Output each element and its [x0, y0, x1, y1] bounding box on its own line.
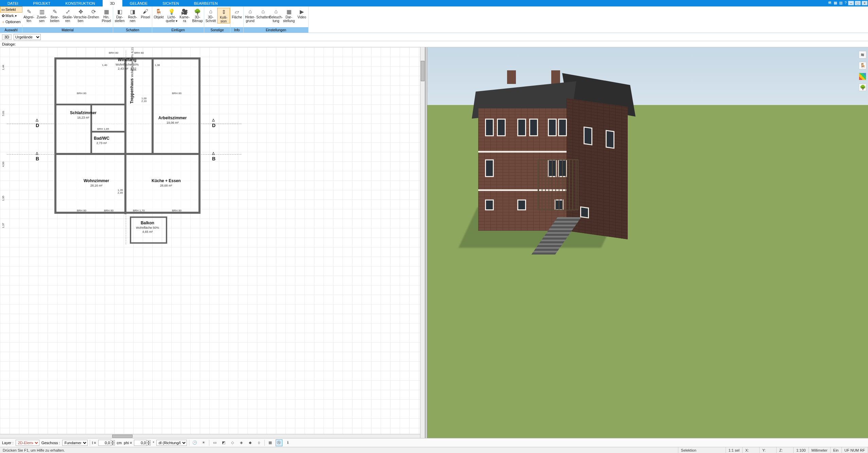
section-marker-d: D	[212, 123, 215, 128]
status-x: X:	[743, 447, 760, 453]
info-icon[interactable]: ℹ	[284, 439, 291, 446]
settings-icon[interactable]: ▦	[833, 0, 838, 6]
ribbon: ▭Selekt ✿Mark. ▾ ＋Optionen Auswahl ✎Abgr…	[0, 6, 868, 33]
tool-einstellungen-3[interactable]: ▦Dar-stellung	[282, 8, 295, 23]
menu-konstruktion[interactable]: KONSTRUKTION	[58, 0, 102, 6]
status-ein: Ein	[831, 447, 842, 453]
layers-icon[interactable]: ≋	[859, 51, 866, 58]
layer-select[interactable]: 2D-Elemen	[16, 440, 39, 446]
brh-label: BRH 1,85	[97, 127, 109, 130]
menu-gelaende[interactable]: GELÄNDE	[122, 0, 155, 6]
geschoss-select[interactable]: Fundament	[62, 440, 88, 446]
selekt-button[interactable]: ▭Selekt	[0, 6, 22, 13]
tool-sonstige-1[interactable]: ⇕Kolli-sion	[217, 8, 230, 23]
direction-select[interactable]: dl (Richtung/Di	[156, 440, 187, 446]
tool-einstellungen-4[interactable]: ▶Video	[295, 8, 308, 19]
maximize-button[interactable]: □	[855, 1, 861, 5]
brh-label: BRH 1,70	[133, 209, 145, 212]
brh-label: BRH 80	[172, 209, 181, 212]
tool-material-4[interactable]: ✥Verschie-ben	[74, 8, 87, 23]
menu-sichten[interactable]: SICHTEN	[155, 0, 186, 6]
furniture-icon[interactable]: 🪑	[859, 62, 866, 69]
ruler-dim: 5,61	[2, 111, 5, 116]
brh-label: BRH 80	[77, 92, 86, 95]
close-button[interactable]: ×	[862, 1, 868, 5]
phi-label: phi =	[124, 441, 132, 445]
menu-3d[interactable]: 3D	[103, 0, 122, 6]
tool-einstellungen-1[interactable]: ⌂Schatten	[257, 8, 270, 19]
room-schlafzimmer: Schlafzimmer16,23 m²	[70, 110, 97, 119]
tool-schatten-1[interactable]: ◨Rech-nen	[126, 8, 139, 23]
tool-material-3[interactable]: ⤢Skalie-ren	[61, 8, 74, 23]
terrain-select[interactable]: Urgelände	[14, 34, 41, 40]
room-balkon: BalkonWohnfläche 50%4,65 m²	[136, 221, 159, 233]
dim-label: 1,40	[102, 64, 107, 67]
room-treppenhaus: Treppenhaus Wohnfläche 50% 6,11 m²	[129, 47, 134, 104]
status-bar: Drücken Sie F1, um Hilfe zu erhalten. Se…	[0, 447, 868, 453]
snap3-icon[interactable]: ◇	[229, 439, 236, 446]
tool-material-0[interactable]: ✎Abgrei-fen	[22, 8, 35, 23]
tool-einfugen-3[interactable]: 🌳3D-Bitmap	[191, 8, 204, 23]
sun-icon[interactable]: ☀	[200, 439, 207, 446]
room-kueche: Küche + Essen28,68 m²	[152, 178, 181, 187]
group-material-label: Material	[22, 27, 113, 33]
brh-label: BRH 80	[109, 51, 118, 54]
tool-einfugen-2[interactable]: 🎥Kame-ra	[178, 8, 191, 23]
tree-icon[interactable]: 🌳	[859, 84, 866, 91]
tool-einstellungen-0[interactable]: ⌂Hinter-grund	[244, 8, 257, 23]
snap5-icon[interactable]: ◆	[247, 439, 254, 446]
dialoge-bar: Dialoge:	[0, 41, 868, 47]
tool-schatten-0[interactable]: ◧Dar-stellen	[113, 8, 126, 23]
materials-icon[interactable]	[859, 73, 866, 80]
side-toolbar: ≋ 🪑 🌳	[858, 51, 867, 91]
dim-label: 2,45	[118, 191, 123, 194]
phi-input[interactable]	[134, 440, 147, 446]
mark-button[interactable]: ✿Mark. ▾	[0, 13, 22, 19]
tool-schatten-2[interactable]: 🖌Pinsel	[139, 8, 152, 19]
tool-material-5[interactable]: ⟳Drehen	[87, 8, 100, 19]
dim-label: 2,10	[141, 100, 147, 103]
status-scale: 1:100	[794, 447, 809, 453]
brh-label: BRH 80	[134, 51, 144, 54]
length-input[interactable]	[98, 440, 111, 446]
tool-einfugen-0[interactable]: 🪑Objekt	[152, 8, 165, 19]
pane-2d[interactable]: 1,44 5,61 4,93 1,95 1,37 Schlafzimmer16,…	[0, 47, 425, 438]
menu-datei[interactable]: DATEI	[0, 0, 26, 6]
tool-info-0[interactable]: ▱Fläche	[230, 8, 243, 19]
help-icon[interactable]: ?	[844, 0, 848, 6]
folder-icon[interactable]: ▥	[838, 0, 844, 6]
section-marker-b: B	[36, 156, 39, 161]
snap1-icon[interactable]: ▭	[211, 439, 218, 446]
brh-label: BRH 80	[104, 209, 114, 212]
workspace: 1,44 5,61 4,93 1,95 1,37 Schlafzimmer16,…	[0, 47, 868, 438]
tool-material-6[interactable]: ▦Hin.Pinsel	[100, 8, 113, 23]
snap2-icon[interactable]: ◩	[220, 439, 227, 446]
snap4-icon[interactable]: ◈	[238, 439, 245, 446]
tool-einstellungen-2[interactable]: ⌂Beleuch-tung	[270, 8, 282, 23]
grid-icon[interactable]: ▦	[267, 439, 274, 446]
pane-3d[interactable]	[427, 47, 868, 438]
scrollbar-horizontal[interactable]	[0, 434, 420, 438]
dim-label: 1,38	[155, 64, 160, 67]
scrollbar-vertical[interactable]	[420, 47, 425, 438]
tool-material-2[interactable]: ✎Bear-beiten	[48, 8, 61, 23]
status-y: Y:	[760, 447, 777, 453]
menu-projekt[interactable]: PROJEKT	[26, 0, 58, 6]
tool-sonstige-0[interactable]: ⌂3D-Schnitt	[204, 8, 217, 23]
tool-material-1[interactable]: ▥Zuwei-sen	[35, 8, 48, 23]
clock-icon[interactable]: 🕑	[191, 439, 198, 446]
status-ratio: 1:1 sel	[726, 447, 743, 453]
north-icon[interactable]: Ⓝ	[276, 439, 282, 446]
status-selektion: Selektion	[678, 447, 726, 453]
optionen-button[interactable]: ＋Optionen	[0, 19, 22, 25]
tool-einfugen-1[interactable]: 💡Licht-quelle ▾	[165, 8, 178, 23]
snap6-icon[interactable]: ◊	[256, 439, 262, 446]
ruler-dim: 1,44	[2, 65, 5, 70]
minimize-button[interactable]: –	[848, 1, 854, 5]
room-windfang: WindfangWohnfläche 50%2,43 m² 1,52	[116, 57, 139, 70]
layer-label: Layer :	[2, 441, 14, 445]
tool-icon[interactable]: 🛠	[827, 0, 833, 6]
ruler-dim: 4,93	[2, 162, 5, 167]
dialoge-label: Dialoge:	[2, 42, 16, 46]
menu-bearbeiten[interactable]: BEARBEITEN	[187, 0, 225, 6]
